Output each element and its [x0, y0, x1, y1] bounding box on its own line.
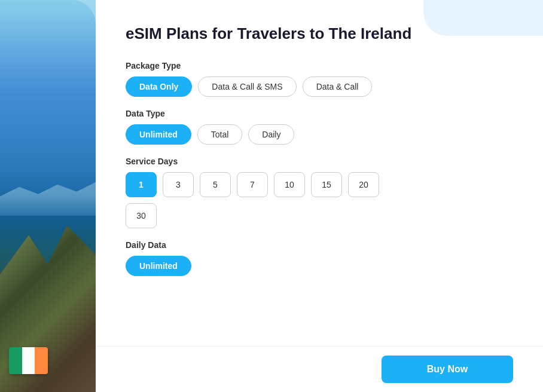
service-days-section: Service Days 1 3 5 7 10 15 20 30 [126, 157, 513, 228]
data-type-section: Data Type Unlimited Total Daily [126, 109, 513, 145]
day-10-button[interactable]: 10 [274, 172, 305, 197]
flag-white-stripe [22, 347, 35, 374]
sidebar-background [0, 0, 96, 392]
ireland-flag [9, 347, 48, 374]
day-15-button[interactable]: 15 [311, 172, 342, 197]
page-container: eSIM Plans for Travelers to The Ireland … [0, 0, 543, 392]
flag-orange-stripe [35, 347, 48, 374]
main-content: eSIM Plans for Travelers to The Ireland … [96, 0, 543, 392]
day-20-button[interactable]: 20 [348, 172, 379, 197]
day-5-button[interactable]: 5 [200, 172, 231, 197]
data-type-total-button[interactable]: Total [197, 124, 243, 145]
service-days-row2: 30 [126, 203, 513, 228]
data-type-options: Unlimited Total Daily [126, 124, 513, 145]
flag-green-stripe [9, 347, 22, 374]
sidebar [0, 0, 96, 392]
daily-data-label: Daily Data [126, 240, 513, 250]
wave-overlay [0, 168, 96, 216]
package-type-options: Data Only Data & Call & SMS Data & Call [126, 76, 513, 97]
daily-data-section: Daily Data Unlimited [126, 240, 513, 276]
data-type-unlimited-button[interactable]: Unlimited [126, 124, 191, 145]
day-3-button[interactable]: 3 [163, 172, 194, 197]
daily-data-options: Unlimited [126, 256, 513, 276]
service-days-options: 1 3 5 7 10 15 20 [126, 172, 513, 197]
bottom-bar: Buy Now [96, 346, 543, 392]
package-data-only-button[interactable]: Data Only [126, 76, 192, 97]
day-30-button[interactable]: 30 [126, 203, 157, 228]
top-accent [423, 0, 543, 36]
package-type-label: Package Type [126, 61, 513, 71]
data-type-label: Data Type [126, 109, 513, 118]
service-days-label: Service Days [126, 157, 513, 166]
package-data-call-button[interactable]: Data & Call [303, 76, 373, 97]
data-type-daily-button[interactable]: Daily [248, 124, 294, 145]
day-7-button[interactable]: 7 [237, 172, 268, 197]
daily-data-unlimited-button[interactable]: Unlimited [126, 256, 191, 276]
package-type-section: Package Type Data Only Data & Call & SMS… [126, 61, 513, 97]
day-1-button[interactable]: 1 [126, 172, 157, 197]
package-data-call-sms-button[interactable]: Data & Call & SMS [198, 76, 296, 97]
buy-now-button[interactable]: Buy Now [382, 356, 513, 383]
